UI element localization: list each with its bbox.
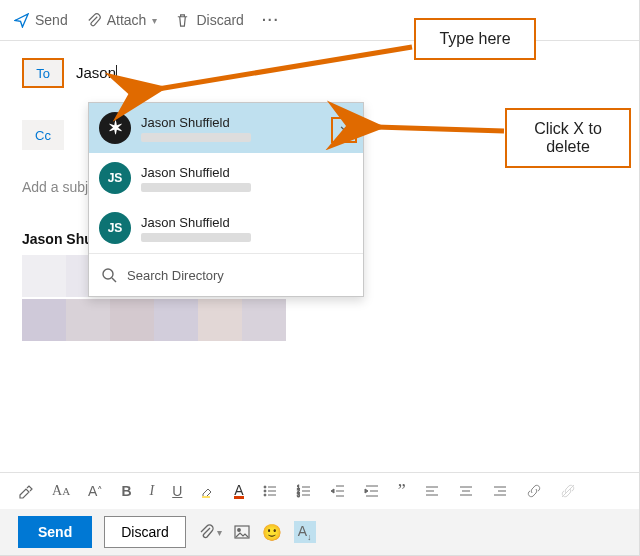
link-button[interactable]	[526, 483, 542, 499]
unlink-icon	[560, 483, 576, 499]
align-center-icon	[458, 483, 474, 499]
delete-suggestion-button[interactable]: ✕	[331, 117, 357, 143]
attach-command[interactable]: Attach ▾	[86, 12, 158, 28]
send-command[interactable]: Send	[14, 12, 68, 28]
svg-point-8	[264, 494, 266, 496]
font-size-up-button[interactable]: A˄	[88, 483, 103, 499]
bold-button[interactable]: B	[121, 483, 131, 499]
send-icon	[14, 13, 29, 28]
align-center-button[interactable]	[458, 483, 474, 499]
outdent-button[interactable]	[330, 483, 346, 499]
highlight-icon	[200, 483, 216, 499]
svg-point-6	[264, 490, 266, 492]
avatar: JS	[99, 162, 131, 194]
suggestion-item[interactable]: JS Jason Shuffield	[89, 203, 363, 253]
insert-image-button[interactable]	[234, 524, 250, 540]
suggestions-dropdown: ✶ Jason Shuffield ✕ JS Jason Shuffield J…	[88, 102, 364, 297]
unlink-button[interactable]	[560, 483, 576, 499]
signature-icon: A↓	[294, 521, 316, 544]
paint-icon	[18, 483, 34, 499]
align-left-icon	[424, 483, 440, 499]
suggestion-name: Jason Shuffield	[141, 115, 251, 130]
svg-point-0	[103, 269, 113, 279]
underline-button[interactable]: U	[172, 483, 182, 499]
search-directory-label: Search Directory	[127, 268, 224, 283]
bullets-icon	[262, 483, 278, 499]
signature-button[interactable]: A↓	[294, 521, 316, 544]
suggestion-item[interactable]: ✶ Jason Shuffield ✕	[89, 103, 363, 153]
send-label: Send	[35, 12, 68, 28]
bottom-toolbar: Send Discard ▾ 🙂 A↓	[0, 509, 639, 555]
image-icon	[234, 524, 250, 540]
top-toolbar: Send Attach ▾ Discard ···	[0, 0, 639, 41]
svg-text:3: 3	[297, 492, 300, 498]
chevron-down-icon: ▾	[217, 527, 222, 538]
font-size-down-button[interactable]: AA	[52, 483, 70, 499]
link-icon	[526, 483, 542, 499]
to-button[interactable]: To	[22, 58, 64, 88]
svg-rect-3	[202, 496, 210, 498]
indent-icon	[364, 483, 380, 499]
highlight-button[interactable]	[200, 483, 216, 499]
trash-icon	[175, 13, 190, 28]
svg-point-33	[237, 529, 240, 532]
suggestion-name: Jason Shuffield	[141, 215, 251, 230]
emoji-button[interactable]: 🙂	[262, 523, 282, 542]
font-color-button[interactable]: A	[234, 484, 243, 499]
annotation-arrow	[140, 45, 420, 105]
annotation-callout: Type here	[414, 18, 536, 60]
svg-point-4	[264, 486, 266, 488]
send-button[interactable]: Send	[18, 516, 92, 548]
suggestion-item[interactable]: JS Jason Shuffield	[89, 153, 363, 203]
attach-button[interactable]: ▾	[198, 524, 222, 540]
discard-command[interactable]: Discard	[175, 12, 243, 28]
search-directory[interactable]: Search Directory	[89, 253, 363, 296]
discard-label: Discard	[196, 12, 243, 28]
cc-button[interactable]: Cc	[22, 120, 64, 150]
avatar: ✶	[99, 112, 131, 144]
attach-label: Attach	[107, 12, 147, 28]
suggestion-sub	[141, 183, 251, 192]
compose-window: Send Attach ▾ Discard ··· To Jason Cc Ad…	[0, 0, 640, 556]
close-icon: ✕	[339, 123, 350, 138]
more-menu[interactable]: ···	[262, 12, 280, 28]
italic-button[interactable]: I	[150, 483, 155, 499]
suggestion-sub	[141, 233, 251, 242]
align-right-icon	[492, 483, 508, 499]
outdent-icon	[330, 483, 346, 499]
align-right-button[interactable]	[492, 483, 508, 499]
emoji-icon: 🙂	[262, 523, 282, 542]
svg-line-2	[376, 127, 504, 131]
numbering-icon: 123	[296, 483, 312, 499]
format-painter-button[interactable]	[18, 483, 34, 499]
annotation-arrow	[362, 116, 512, 146]
quote-button[interactable]: ”	[398, 481, 406, 502]
attach-icon	[198, 524, 214, 540]
annotation-callout: Click X to delete	[505, 108, 631, 168]
discard-button[interactable]: Discard	[104, 516, 185, 548]
avatar: JS	[99, 212, 131, 244]
numbering-button[interactable]: 123	[296, 483, 312, 499]
align-left-button[interactable]	[424, 483, 440, 499]
search-icon	[101, 267, 117, 283]
chevron-down-icon: ▾	[152, 15, 157, 26]
indent-button[interactable]	[364, 483, 380, 499]
svg-line-1	[158, 47, 412, 89]
format-toolbar: AA A˄ B I U A 123 ”	[0, 472, 639, 509]
suggestion-sub	[141, 133, 251, 142]
suggestion-name: Jason Shuffield	[141, 165, 251, 180]
bullets-button[interactable]	[262, 483, 278, 499]
attach-icon	[86, 13, 101, 28]
